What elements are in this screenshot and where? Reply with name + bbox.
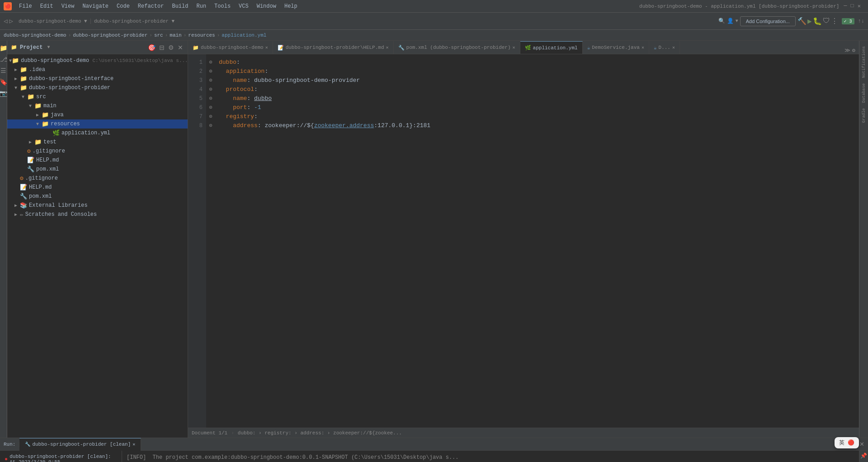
window-title: dubbo-springboot-demo - application.yml … (639, 4, 839, 9)
breadcrumb-module[interactable]: dubbo-springboot-probider (73, 33, 147, 38)
tree-label-idea: .idea (29, 67, 45, 73)
locate-file-icon[interactable]: 🎯 (147, 43, 156, 52)
menu-tools[interactable]: Tools (211, 2, 234, 10)
tree-label-help2: HELP.md (29, 184, 52, 191)
tab-demo[interactable]: 📁 dubbo-springboot-demo ✕ (188, 41, 273, 54)
tree-item-java[interactable]: ▶ 📁 java (7, 110, 188, 119)
tree-item-pom2[interactable]: 🔧 pom.xml (7, 192, 188, 201)
tab-pom[interactable]: 🔧 pom.xml (dubbo-springboot-probider) ✕ (394, 41, 520, 54)
run-tab[interactable]: 🔧 dubbo-springboot-probider [clean] ✕ (19, 438, 141, 451)
tree-item-test[interactable]: ▶ 📁 test (7, 138, 188, 147)
project-dropdown-icon[interactable]: ▼ (47, 45, 50, 50)
tree-label-pom1: pom.xml (36, 166, 59, 172)
close-panel-icon[interactable]: ✕ (859, 441, 864, 448)
tree-item-root[interactable]: ▼ 📁 dubbo-springboot-demo C:\Users\15031… (7, 56, 188, 65)
tree-item-interface[interactable]: ▶ 📁 dubbo-springboot-interface (7, 74, 188, 83)
tree-label-probider: dubbo-springboot-probider (29, 85, 110, 91)
bottom-content: ● dubbo-springboot-probider [clean]: At … (0, 451, 868, 462)
pin-icon[interactable]: 📌 (860, 452, 867, 459)
coverage-icon[interactable]: 🛡 (823, 17, 830, 26)
tree-item-main[interactable]: ▼ 📁 main (7, 101, 188, 110)
tree-item-scratches[interactable]: ▶ ✏ Scratches and Consoles (7, 210, 188, 219)
tab-expand-icon[interactable]: ≫ (844, 47, 850, 54)
collapse-all-icon[interactable]: ⊟ (158, 43, 165, 52)
commit-icon[interactable]: ⎇ (0, 56, 7, 63)
console-line-1: [INFO] The project com.example:dubbo-spr… (127, 453, 854, 462)
panel-settings-icon[interactable]: ⚙ (167, 43, 175, 52)
bookmarks-icon[interactable]: 🔖 (0, 78, 7, 86)
tab-pom-close[interactable]: ✕ (513, 45, 515, 50)
tree-item-help1[interactable]: 📝 HELP.md (7, 156, 188, 165)
debug-icon[interactable]: 🐛 (813, 17, 822, 26)
editor-content[interactable]: 1234 5678 ⊙⊙⊙⊙ ⊙⊙⊙⊙ dubbo: application: … (188, 54, 859, 428)
tab-appyml[interactable]: 🌿 application.yml (520, 41, 583, 54)
run-item-main[interactable]: ● dubbo-springboot-probider [clean]: At … (2, 452, 120, 462)
add-configuration-button[interactable]: Add Configuration... (740, 16, 796, 26)
menu-refactor[interactable]: Refactor (134, 2, 168, 10)
breadcrumb-file[interactable]: application.yml (222, 33, 266, 38)
toolbar-forward-icon[interactable]: ▷ (9, 17, 13, 25)
toolbar-chevron-icon[interactable]: ▼ (736, 19, 738, 24)
tree-item-idea[interactable]: ▶ 📁 .idea (7, 65, 188, 74)
notifications-label[interactable]: Notifications (861, 44, 867, 80)
tab-demoservice[interactable]: ☕ DemoService.java ✕ (583, 41, 649, 54)
run-controls: 🔨 ▶ 🐛 🛡 ⋮ (797, 17, 838, 26)
tab-d[interactable]: ☕ D... ✕ (649, 41, 680, 54)
arrow-icon: ▼ (14, 86, 20, 90)
gradle-label[interactable]: Gradle (861, 106, 867, 124)
project-selector[interactable]: dubbo-springboot-demo ▼ (19, 19, 87, 24)
panel-close-icon[interactable]: ✕ (177, 43, 184, 52)
tab-d-close[interactable]: ✕ (672, 45, 675, 50)
breadcrumb-main[interactable]: main (170, 33, 181, 38)
menu-build[interactable]: Build (168, 2, 192, 10)
expand-icon[interactable]: ↑↓ (858, 18, 864, 24)
module-selector[interactable]: dubbo-springboot-probider ▼ (94, 19, 175, 24)
menu-vcs[interactable]: VCS (235, 2, 252, 10)
xml-file-icon: 🔧 (20, 193, 27, 200)
run-tab-close[interactable]: ✕ (132, 442, 135, 447)
breadcrumb-resources[interactable]: resources (188, 33, 215, 38)
arrow-icon: ▶ (14, 76, 20, 81)
ime-button[interactable]: 英 🔴 (835, 437, 859, 448)
menu-code[interactable]: Code (113, 2, 133, 10)
close-button[interactable]: ✕ (858, 3, 861, 10)
camera-icon[interactable]: 📷 (0, 90, 7, 97)
minimize-button[interactable]: ─ (844, 3, 847, 10)
menu-run[interactable]: Run (193, 2, 210, 10)
breadcrumb-project[interactable]: dubbo-springboot-demo (4, 33, 66, 38)
tree-item-appyml[interactable]: 🌿 application.yml (7, 129, 188, 138)
tab-demoservice-close[interactable]: ✕ (642, 45, 644, 50)
tree-item-src[interactable]: ▼ 📁 src (7, 92, 188, 101)
tree-item-external-libs[interactable]: ▶ 📚 External Libraries (7, 201, 188, 210)
tab-help-close[interactable]: ✕ (386, 45, 389, 50)
tree-item-resources[interactable]: ▼ 📁 resources (7, 119, 188, 129)
folder-icon: 📁 (20, 66, 27, 73)
menu-file[interactable]: File (15, 2, 36, 10)
code-editor[interactable]: dubbo: application: name: dubbo-springbo… (215, 54, 859, 428)
breadcrumb-src[interactable]: src (154, 33, 163, 38)
menu-edit[interactable]: Edit (37, 2, 57, 10)
menu-view[interactable]: View (58, 2, 78, 10)
menu-help[interactable]: Help (281, 2, 301, 10)
profile-icon[interactable]: 👤 (727, 18, 734, 24)
tab-demo-close[interactable]: ✕ (265, 45, 268, 50)
database-label[interactable]: Database (861, 81, 867, 105)
more-run-icon[interactable]: ⋮ (831, 17, 838, 26)
toolbar-back-icon[interactable]: ◁ (4, 17, 7, 25)
tree-item-probider[interactable]: ▼ 📁 dubbo-springboot-probider (7, 83, 188, 92)
run-icon[interactable]: ▶ (807, 17, 812, 26)
maximize-button[interactable]: □ (851, 3, 854, 10)
search-icon[interactable]: 🔍 (718, 18, 725, 24)
tree-item-help2[interactable]: 📝 HELP.md (7, 183, 188, 192)
menu-navigate[interactable]: Navigate (79, 2, 112, 10)
right-sidebar-icons: Notifications Database Gradle (859, 41, 868, 438)
build-icon[interactable]: 🔨 (797, 17, 807, 26)
tab-settings-icon[interactable]: ⚙ (852, 47, 855, 54)
structure-icon[interactable]: ☰ (0, 67, 6, 75)
tree-item-pom1[interactable]: 🔧 pom.xml (7, 165, 188, 174)
tab-help[interactable]: 📝 dubbo-springboot-probider\HELP.md ✕ (273, 41, 394, 54)
menu-window[interactable]: Window (253, 2, 280, 10)
tree-item-gitignore2[interactable]: ⚙ .gitignore (7, 174, 188, 183)
project-icon[interactable]: 📁 (0, 44, 7, 52)
tree-item-gitignore1[interactable]: ⚙ .gitignore (7, 147, 188, 156)
